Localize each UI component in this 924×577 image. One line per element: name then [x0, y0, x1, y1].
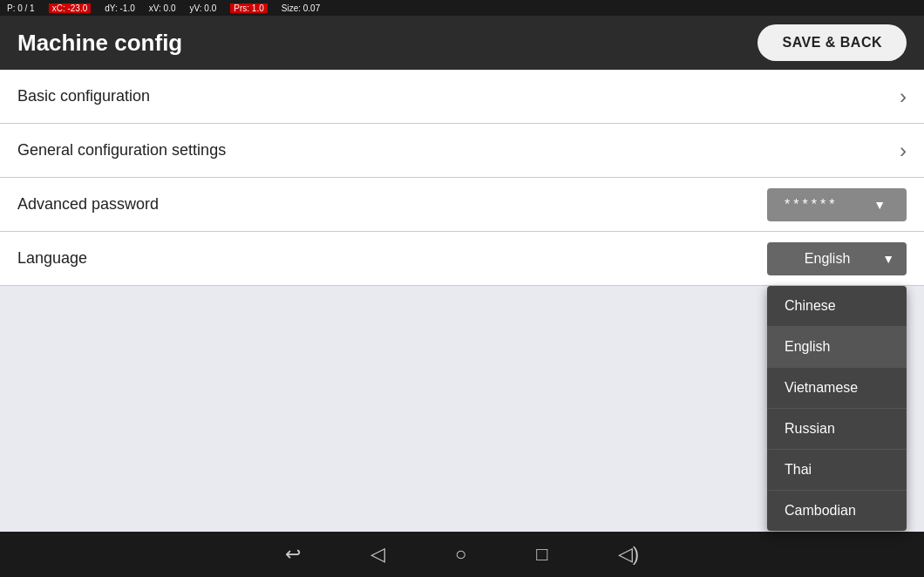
language-row: Language English ▼ Chinese English Vietn…	[0, 232, 924, 286]
password-stars: ******	[785, 197, 838, 213]
bottom-nav-bar: ↩ ◁ ○ □ ◁)	[0, 532, 924, 577]
save-back-button[interactable]: SAVE & BACK	[758, 24, 907, 61]
language-dropdown-menu: Chinese English Vietnamese Russian Thai …	[767, 286, 907, 531]
chevron-right-icon-2: ›	[900, 139, 907, 163]
status-size: Size: 0.07	[282, 3, 320, 13]
status-xc: xC: -23.0	[49, 3, 92, 13]
nav-recents-icon[interactable]: □	[536, 543, 547, 566]
main-content: Basic configuration › General configurat…	[0, 70, 924, 286]
status-bar: P: 0 / 1 xC: -23.0 dY: -1.0 xV: 0.0 yV: …	[0, 0, 924, 16]
password-dropdown[interactable]: ****** ▼	[767, 188, 907, 221]
advanced-password-row: Advanced password ****** ▼	[0, 178, 924, 232]
password-dropdown-arrow-icon: ▼	[873, 198, 889, 212]
status-xv: xV: 0.0	[149, 3, 176, 13]
page-title: Machine config	[17, 30, 182, 57]
nav-volume-icon[interactable]: ◁)	[618, 543, 639, 566]
language-option-chinese[interactable]: Chinese	[767, 286, 907, 327]
status-prs: Prs: 1.0	[230, 3, 267, 13]
language-selected-value: English	[779, 251, 875, 267]
language-option-thai[interactable]: Thai	[767, 450, 907, 491]
language-dropdown-arrow-icon: ▼	[882, 252, 894, 266]
language-option-vietnamese[interactable]: Vietnamese	[767, 368, 907, 409]
advanced-password-label: Advanced password	[17, 195, 159, 214]
chevron-right-icon: ›	[900, 85, 907, 109]
language-option-russian[interactable]: Russian	[767, 409, 907, 450]
status-dy: dY: -1.0	[105, 3, 134, 13]
nav-back-icon[interactable]: ↩	[285, 543, 301, 566]
language-option-english[interactable]: English	[767, 327, 907, 368]
nav-back-triangle-icon[interactable]: ◁	[370, 543, 385, 566]
header: Machine config SAVE & BACK	[0, 16, 924, 70]
basic-config-label: Basic configuration	[17, 87, 150, 105]
status-yv: yV: 0.0	[190, 3, 217, 13]
language-label: Language	[17, 249, 87, 268]
language-option-cambodian[interactable]: Cambodian	[767, 491, 907, 531]
language-dropdown-button[interactable]: English ▼	[767, 242, 907, 275]
general-config-label: General configuration settings	[17, 141, 226, 160]
general-config-row[interactable]: General configuration settings ›	[0, 124, 924, 178]
nav-home-icon[interactable]: ○	[455, 543, 466, 566]
status-p: P: 0 / 1	[7, 3, 35, 13]
basic-config-row[interactable]: Basic configuration ›	[0, 70, 924, 124]
